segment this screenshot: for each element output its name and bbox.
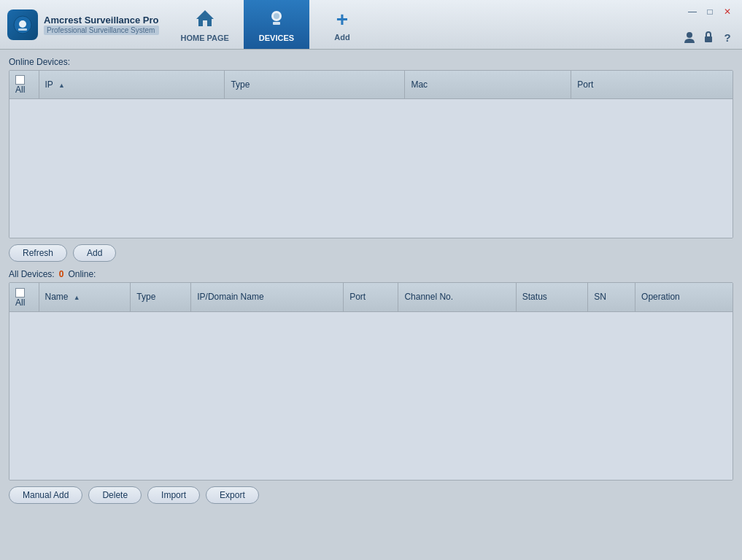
all-col-ip-domain[interactable]: IP/Domain Name [191, 283, 344, 311]
tab-devices-label: DEVICES [259, 34, 294, 42]
devices-icon [266, 7, 287, 32]
online-devices-table-container: All IP ▲ Type Mac Port [9, 70, 733, 238]
select-all-online-checkbox[interactable] [15, 75, 25, 85]
svg-point-1 [19, 20, 26, 28]
online-devices-header-row: All IP ▲ Type Mac Port [9, 71, 733, 99]
nav-tabs: HOME PAGE DEVICES + Add [166, 0, 742, 49]
sys-icons: ? [682, 30, 735, 44]
import-button[interactable]: Import [147, 486, 200, 504]
all-devices-table-container: All Name ▲ Type IP/Domain Name Port Chan… [9, 282, 733, 480]
online-label: Online: [68, 269, 96, 279]
all-col-channel[interactable]: Channel No. [398, 283, 516, 311]
svg-marker-3 [196, 10, 214, 26]
close-button[interactable]: ✕ [720, 5, 735, 18]
minimize-button[interactable]: — [685, 5, 700, 18]
online-col-port[interactable]: Port [571, 71, 733, 99]
online-devices-table: All IP ▲ Type Mac Port [9, 71, 733, 99]
all-devices-header-row: All Name ▲ Type IP/Domain Name Port Chan… [9, 283, 733, 311]
all-devices-status-row: All Devices: 0 Online: [9, 269, 733, 279]
app-logo: Amcrest Surveillance Pro Professional Su… [0, 9, 166, 40]
name-sort-icon: ▲ [74, 294, 80, 301]
online-add-button[interactable]: Add [73, 244, 116, 262]
lock-icon[interactable] [701, 30, 716, 44]
app-subtitle: Professional Surveillance System [44, 26, 159, 35]
select-all-devices-checkbox[interactable] [15, 288, 25, 298]
tab-home-label: HOME PAGE [181, 34, 229, 42]
all-col-port[interactable]: Port [344, 283, 398, 311]
svg-point-7 [687, 32, 692, 38]
online-col-type[interactable]: Type [225, 71, 405, 99]
refresh-button[interactable]: Refresh [9, 244, 67, 262]
all-devices-table: All Name ▲ Type IP/Domain Name Port Chan… [9, 283, 733, 311]
title-bar: Amcrest Surveillance Pro Professional Su… [0, 0, 742, 50]
all-devices-label-prefix: All Devices: [9, 269, 55, 279]
online-col-mac[interactable]: Mac [405, 71, 571, 99]
online-devices-btn-row: Refresh Add [9, 244, 733, 262]
tab-home[interactable]: HOME PAGE [166, 0, 244, 49]
maximize-button[interactable]: □ [703, 5, 717, 18]
home-icon [195, 7, 215, 32]
online-col-check[interactable]: All [9, 71, 39, 99]
svg-rect-2 [18, 28, 27, 31]
app-name-block: Amcrest Surveillance Pro Professional Su… [44, 15, 159, 35]
help-icon[interactable]: ? [720, 30, 735, 44]
all-devices-count: 0 [59, 269, 64, 279]
tab-add-label: Add [334, 33, 349, 42]
export-button[interactable]: Export [206, 486, 259, 504]
svg-rect-6 [273, 22, 280, 25]
online-col-ip[interactable]: IP ▲ [39, 71, 225, 99]
manual-add-button[interactable]: Manual Add [9, 486, 82, 504]
all-col-name[interactable]: Name ▲ [39, 283, 131, 311]
all-col-check[interactable]: All [9, 283, 39, 311]
main-content: Online Devices: All IP ▲ Type Mac Port [0, 50, 742, 560]
online-devices-body [9, 99, 733, 238]
online-devices-label: Online Devices: [9, 57, 733, 67]
all-devices-body [9, 312, 733, 480]
all-col-sn[interactable]: SN [588, 283, 635, 311]
all-col-type[interactable]: Type [131, 283, 191, 311]
window-controls: — □ ✕ [678, 0, 742, 23]
user-icon[interactable] [682, 30, 697, 44]
svg-point-5 [274, 13, 279, 19]
add-icon: + [336, 8, 348, 31]
app-name: Amcrest Surveillance Pro [44, 15, 159, 26]
all-col-status[interactable]: Status [516, 283, 587, 311]
svg-rect-8 [705, 36, 712, 42]
logo-icon [7, 9, 38, 40]
tab-devices[interactable]: DEVICES [244, 0, 309, 49]
delete-button[interactable]: Delete [88, 486, 142, 504]
all-devices-btn-row: Manual Add Delete Import Export [9, 486, 733, 504]
all-col-operation[interactable]: Operation [635, 283, 733, 311]
ip-sort-icon: ▲ [58, 82, 65, 89]
tab-add[interactable]: + Add [309, 0, 375, 49]
